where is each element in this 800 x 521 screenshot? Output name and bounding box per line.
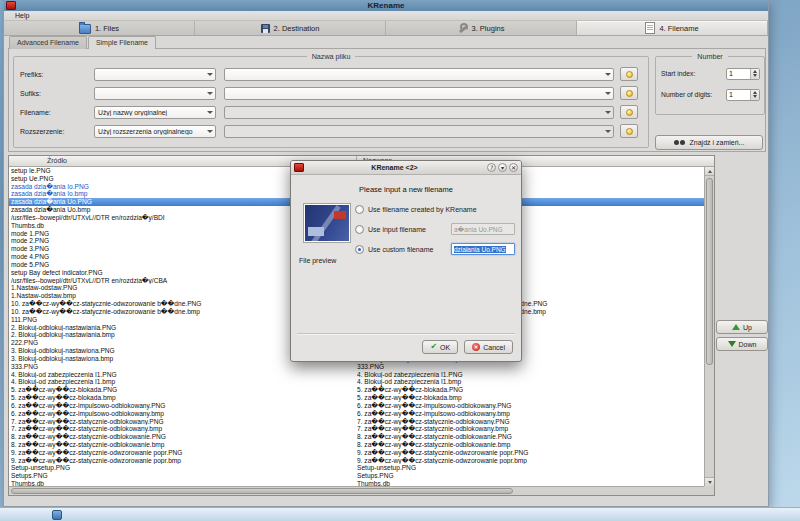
cancel-button[interactable]: ✕ Cancel [464, 340, 513, 354]
renamed-name: Setup-unsetup.PNG [357, 464, 704, 472]
suffix-value-combo[interactable] [224, 87, 614, 100]
help-button[interactable]: ? [487, 163, 496, 172]
prefix-value-combo[interactable] [224, 68, 614, 81]
radio-icon[interactable] [355, 225, 364, 234]
tab-label: 1. Files [95, 24, 119, 33]
move-up-button[interactable]: Up [716, 320, 768, 334]
option-label: Use input filename [368, 226, 426, 233]
digits-spinner[interactable]: 1 [726, 89, 760, 101]
move-down-button[interactable]: Down [716, 337, 768, 351]
file-preview-caption: File preview [299, 257, 336, 264]
extension-insert-function-button[interactable] [620, 124, 638, 138]
filename-row: Filename: Użyj nazwy oryginalnej [20, 105, 642, 119]
scroll-down-icon[interactable] [705, 477, 714, 486]
desktop: KRename Help 1. Files2. Destination3. Pl… [0, 0, 800, 521]
vertical-scrollbar[interactable] [704, 167, 714, 486]
chevron-down-icon [602, 92, 613, 95]
suffix-mode-combo[interactable] [94, 87, 216, 100]
option-custom-filename[interactable]: Use custom filename działania Uo.PNG [355, 239, 515, 259]
suffix-label: Sufiks: [20, 90, 94, 97]
down-arrow-icon [728, 341, 736, 347]
file-row[interactable]: 5. za��cz-wy��cz-blokada.PNG5. za��cz-wy… [9, 386, 704, 394]
krename-app-icon [294, 163, 304, 172]
tab-label: 4. Filename [659, 24, 698, 33]
spinner-value: 1 [727, 90, 750, 100]
horizontal-scrollbar[interactable] [9, 486, 704, 495]
extension-mode-combo[interactable]: Użyj rozszerzenia oryginalnego [94, 125, 216, 138]
file-row[interactable]: Setup-unsetup.PNGSetup-unsetup.PNG [9, 464, 704, 472]
renamed-name: 7. za��cz-wy��cz-statycznie-odblokowany.… [357, 418, 704, 426]
subtab-advanced-filename[interactable]: Advanced Filename [9, 36, 87, 49]
renamed-name: 5. za��cz-wy��cz-blokada.bmp [357, 394, 704, 402]
start-index-row: Start index: 1 [661, 67, 760, 80]
ok-button[interactable]: ✔ OK [422, 340, 458, 354]
file-row[interactable]: 9. za��cz-wy��cz-statycznie-odwzorowanie… [9, 449, 704, 457]
chevron-down-icon [204, 92, 215, 95]
extension-row: Rozszerzenie: Użyj rozszerzenia oryginal… [20, 124, 642, 138]
renamed-name: 8. za��cz-wy��cz-statycznie-odblokowanie… [357, 433, 704, 441]
cancel-label: Cancel [483, 344, 505, 351]
spinner-arrows-icon[interactable] [750, 69, 759, 79]
chevron-down-icon [204, 73, 215, 76]
chevron-down-icon [602, 73, 613, 76]
dialog-titlebar[interactable]: KRename <2> ? ▾ ✕ [291, 161, 521, 175]
filename-insert-function-button[interactable] [620, 105, 638, 119]
dialog-buttons: ✔ OK ✕ Cancel [291, 340, 521, 354]
prefix-insert-function-button[interactable] [620, 67, 638, 81]
tab-1-files[interactable]: 1. Files [4, 21, 195, 35]
shade-button[interactable]: ▾ [498, 163, 507, 172]
taskbar-app-icon[interactable] [52, 510, 62, 520]
vscroll-thumb[interactable] [706, 178, 713, 365]
file-row[interactable]: 6. za��cz-wy��cz-impulsowo-odblokowany.P… [9, 402, 704, 410]
chevron-down-icon [602, 130, 613, 133]
wrench-icon [458, 23, 468, 33]
file-row[interactable]: Setups.PNGSetups.PNG [9, 472, 704, 480]
filename-mode-combo[interactable]: Użyj nazwy oryginalnej [94, 106, 216, 119]
file-row[interactable]: 7. za��cz-wy��cz-statycznie-odblokowany.… [9, 418, 704, 426]
file-row[interactable]: 4. Blokuj-od zabezpieczenia I1.bmp4. Blo… [9, 378, 704, 386]
subtab-simple-filename[interactable]: Simple Filename [88, 36, 156, 49]
option-label: Use filename created by KRename [368, 206, 477, 213]
suffix-insert-function-button[interactable] [620, 86, 638, 100]
radio-icon[interactable] [355, 245, 364, 254]
tab-4-filename[interactable]: 4. Filename [577, 21, 768, 35]
down-label: Down [739, 341, 757, 348]
menu-help[interactable]: Help [12, 11, 32, 21]
scroll-up-icon[interactable] [705, 167, 714, 176]
close-icon[interactable]: ✕ [509, 163, 518, 172]
group-title: Nazwa pliku [14, 52, 648, 61]
find-replace-button[interactable]: Znajdź i zamień... [655, 135, 763, 150]
custom-filename-input[interactable]: działania Uo.PNG [451, 243, 515, 255]
file-row[interactable]: 9. za��cz-wy��cz-statycznie-odwzorowanie… [9, 457, 704, 465]
file-row[interactable]: 5. za��cz-wy��cz-blokada.bmp5. za��cz-wy… [9, 394, 704, 402]
source-name: 333.PNG [9, 363, 357, 371]
source-name: 7. za��cz-wy��cz-statycznie-odblokowany.… [9, 425, 357, 433]
option-input-filename[interactable]: Use input filename a�ania Uo.PNG [355, 219, 515, 239]
window-titlebar[interactable]: KRename [4, 0, 768, 11]
up-label: Up [743, 324, 752, 331]
prefix-mode-combo[interactable] [94, 68, 216, 81]
file-row[interactable]: 8. za��cz-wy��cz-statycznie-odblokowanie… [9, 441, 704, 449]
file-row[interactable]: 8. za��cz-wy��cz-statycznie-odblokowanie… [9, 433, 704, 441]
file-row[interactable]: 333.PNG333.PNG [9, 363, 704, 371]
tab-3-plugins[interactable]: 3. Plugins [386, 21, 577, 35]
radio-icon[interactable] [355, 205, 364, 214]
spinner-arrows-icon[interactable] [750, 90, 759, 100]
file-row[interactable]: 7. za��cz-wy��cz-statycznie-odblokowany.… [9, 425, 704, 433]
dialog-separator [297, 333, 515, 334]
window-title: KRename [4, 1, 768, 10]
option-krename-filename[interactable]: Use filename created by KRename [355, 199, 515, 219]
source-name: 6. za��cz-wy��cz-impulsowo-odblokowany.b… [9, 410, 357, 418]
source-name: 7. za��cz-wy��cz-statycznie-odblokowany.… [9, 418, 357, 426]
file-row[interactable]: 4. Blokuj-od zabezpieczenia I1.PNG4. Blo… [9, 371, 704, 379]
tab-2-destination[interactable]: 2. Destination [195, 21, 386, 35]
start-index-label: Start index: [661, 70, 695, 77]
suffix-row: Sufiks: [20, 86, 642, 100]
source-name: Setup-unsetup.PNG [9, 464, 357, 472]
scrollbar-corner [704, 486, 714, 495]
renamed-name: 5. za��cz-wy��cz-blokada.PNG [357, 386, 704, 394]
hscroll-thumb[interactable] [11, 488, 513, 494]
start-index-spinner[interactable]: 1 [726, 68, 760, 80]
file-row[interactable]: 6. za��cz-wy��cz-impulsowo-odblokowany.b… [9, 410, 704, 418]
prefix-row: Prefiks: [20, 67, 642, 81]
